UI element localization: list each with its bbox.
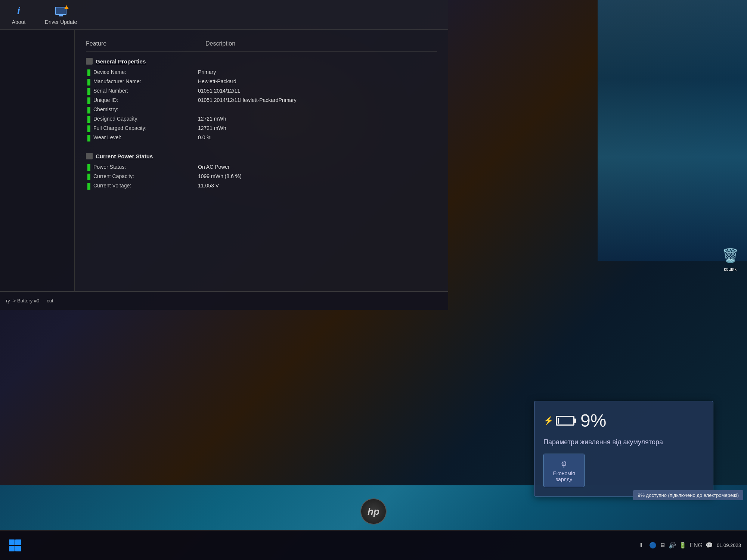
svg-rect-1 <box>15 539 21 545</box>
power-status-section-header: Current Power Status <box>86 153 437 159</box>
battery-mode-button[interactable]: φ Економія заряду <box>543 454 585 487</box>
battery-percentage: 9% <box>580 410 606 431</box>
desktop-icon-recycle-bin[interactable]: 🗑️ кошик <box>721 246 740 272</box>
tray-tooltip: 9% доступно (підключено до електромережі… <box>633 490 743 500</box>
prop-device-name-label: Device Name: <box>93 69 198 75</box>
power-status-icon <box>86 153 93 159</box>
prop-chemistry-label: Chemistry: <box>93 106 198 112</box>
battery-tray-icon[interactable]: 🔋 <box>679 542 686 549</box>
prop-designed-cap-label: Designed Capacity: <box>93 116 198 122</box>
indicator-device-name <box>87 69 90 76</box>
status-bar: ry -> Battery #0 cut <box>0 291 448 310</box>
battery-mode-icon: φ <box>561 458 567 468</box>
prop-voltage: Current Voltage: 11.053 V <box>86 183 437 190</box>
prop-wear: Wear Level: 0.0 % <box>86 134 437 141</box>
hp-text: hp <box>368 506 379 517</box>
tray-tooltip-text: 9% доступно (підключено до електромережі… <box>638 492 739 498</box>
volume-tray-icon[interactable]: 🔊 <box>669 542 676 549</box>
indicator-voltage <box>87 183 90 190</box>
general-properties-icon <box>86 58 93 65</box>
prop-power-status: Power Status: On AC Power <box>86 164 437 171</box>
prop-current-cap: Current Capacity: 1099 mWh (8.6 %) <box>86 173 437 180</box>
hp-logo: hp <box>359 497 388 526</box>
status-cut: cut <box>47 298 53 304</box>
prop-serial: Serial Number: 01051 2014/12/11 <box>86 88 437 95</box>
tab-driver-update[interactable]: Driver Update <box>37 0 84 29</box>
recycle-bin-label: кошик <box>724 267 737 272</box>
general-properties-title[interactable]: General Properties <box>96 58 146 65</box>
notification-tray-icon[interactable]: 💬 <box>706 542 713 549</box>
col-description-header: Description <box>205 40 235 47</box>
prop-device-name: Device Name: Primary <box>86 69 437 76</box>
prop-manufacturer-value: Hewlett-Packard <box>198 78 236 84</box>
prop-manufacturer-label: Manufacturer Name: <box>93 78 198 84</box>
recycle-bin-icon: 🗑️ <box>721 246 740 265</box>
indicator-current-cap <box>87 174 90 180</box>
general-properties-section-header: General Properties <box>86 58 437 65</box>
clock-area[interactable]: 01.09.2023 <box>717 542 741 548</box>
prop-device-name-value: Primary <box>198 69 216 75</box>
prop-designed-cap-value: 12721 mWh <box>198 116 226 122</box>
clock-date: 01.09.2023 <box>717 542 741 548</box>
lang-tray-icon[interactable]: ENG <box>689 542 703 549</box>
main-panel: Feature Description General Properties D… <box>0 30 448 291</box>
indicator-manufacturer <box>87 79 90 85</box>
prop-serial-value: 01051 2014/12/11 <box>198 88 240 94</box>
power-status-title[interactable]: Current Power Status <box>96 153 153 159</box>
taskbar-left <box>0 534 30 557</box>
start-button[interactable] <box>4 534 26 557</box>
network-tray-icon[interactable]: 🖥 <box>660 542 666 549</box>
app-toolbar: i About Driver Update <box>0 0 448 30</box>
indicator-unique-id <box>87 97 90 104</box>
tray-notification-icon[interactable]: ⬆ <box>636 540 646 551</box>
svg-rect-3 <box>15 546 21 551</box>
indicator-wear <box>87 135 90 141</box>
prop-power-status-value: On AC Power <box>198 164 230 170</box>
indicator-power-status <box>87 164 90 171</box>
prop-wear-value: 0.0 % <box>198 134 211 140</box>
column-headers: Feature Description <box>86 37 437 52</box>
taskbar: ⬆ 🔵 🖥 🔊 🔋 ENG 💬 01.09.2023 <box>0 530 747 560</box>
prop-unique-id-label: Unique ID: <box>93 97 198 103</box>
driver-update-icon <box>54 4 68 18</box>
battery-charging-icon: ⚡ <box>543 416 574 426</box>
tab-about[interactable]: i About <box>0 0 37 29</box>
prop-current-cap-label: Current Capacity: <box>93 173 198 179</box>
battery-outline <box>556 416 574 426</box>
prop-voltage-label: Current Voltage: <box>93 183 198 189</box>
svg-rect-0 <box>9 539 15 545</box>
status-path: ry -> Battery #0 <box>6 298 39 304</box>
prop-serial-label: Serial Number: <box>93 88 198 94</box>
indicator-full-cap <box>87 125 90 132</box>
prop-manufacturer: Manufacturer Name: Hewlett-Packard <box>86 78 437 85</box>
about-icon: i <box>12 4 25 18</box>
svg-rect-2 <box>9 546 15 551</box>
prop-full-cap-value: 12721 mWh <box>198 125 226 131</box>
battery-subtitle: Параметри живлення від акумулятора <box>543 438 704 446</box>
prop-power-status-label: Power Status: <box>93 164 198 170</box>
lang-label: ENG <box>689 542 703 548</box>
systray-icons: ⬆ 🔵 🖥 🔊 🔋 ENG 💬 <box>636 540 713 551</box>
prop-unique-id: Unique ID: 01051 2014/12/11Hewlett-Packa… <box>86 97 437 104</box>
prop-chemistry: Chemistry: <box>86 106 437 113</box>
prop-wear-label: Wear Level: <box>93 134 198 140</box>
indicator-serial <box>87 88 90 95</box>
prop-current-cap-value: 1099 mWh (8.6 %) <box>198 173 242 179</box>
bluetooth-tray-icon[interactable]: 🔵 <box>649 542 657 549</box>
prop-full-cap-label: Full Charged Capacity: <box>93 125 198 131</box>
hp-circle: hp <box>360 498 387 525</box>
indicator-designed-cap <box>87 116 90 123</box>
plug-icon: ⚡ <box>543 416 554 426</box>
left-sidebar <box>0 30 75 291</box>
indicator-chemistry <box>87 107 90 113</box>
prop-voltage-value: 11.053 V <box>198 183 219 189</box>
content-area: Feature Description General Properties D… <box>75 30 448 291</box>
tab-about-label: About <box>12 19 26 25</box>
prop-unique-id-value: 01051 2014/12/11Hewlett-PackardPrimary <box>198 97 297 103</box>
prop-full-cap: Full Charged Capacity: 12721 mWh <box>86 125 437 132</box>
battery-popup: ⚡ 9% Параметри живлення від акумулятора … <box>534 401 713 497</box>
taskbar-right: ⬆ 🔵 🖥 🔊 🔋 ENG 💬 01.09.2023 <box>630 540 747 551</box>
battery-mode-label: Економія заряду <box>553 470 575 482</box>
col-feature-header: Feature <box>86 40 205 47</box>
battery-popup-top: ⚡ 9% <box>543 410 704 431</box>
